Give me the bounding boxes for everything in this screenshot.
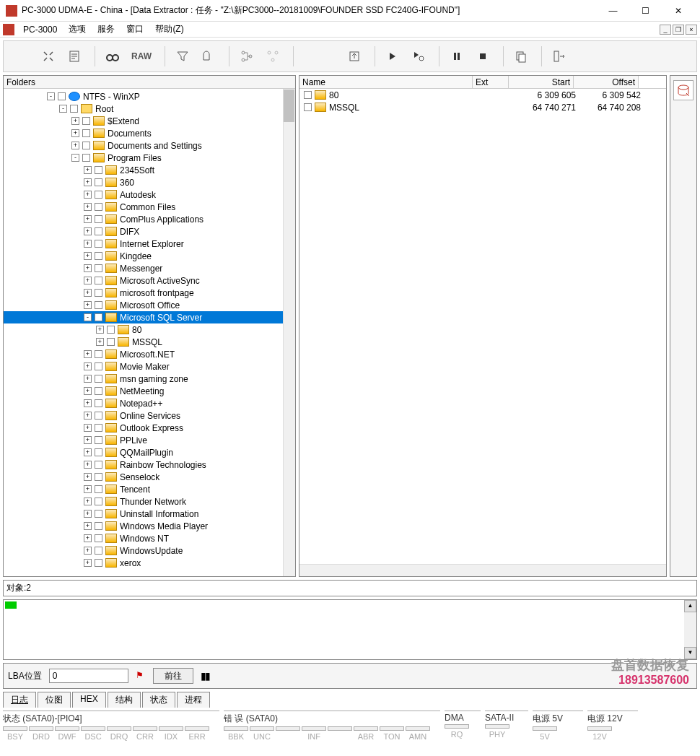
stop-icon[interactable] [471, 45, 494, 68]
tree-item--extend[interactable]: +$Extend [4, 115, 295, 127]
tree-item-complus-applications[interactable]: +ComPlus Applications [4, 213, 295, 225]
play-icon[interactable] [381, 45, 404, 68]
menu-window[interactable]: 窗口 [121, 22, 149, 37]
tab-log[interactable]: 日志 [3, 692, 36, 708]
copy-icon[interactable] [509, 45, 533, 68]
tree-ntfs[interactable]: -NTFS - WinXP [4, 90, 295, 103]
expand-icon[interactable]: + [84, 227, 92, 235]
expand-icon[interactable]: + [84, 424, 92, 432]
expand-icon[interactable]: + [84, 264, 92, 272]
list-row[interactable]: 806 309 6056 309 542 [299, 89, 666, 101]
progress-scrollbar[interactable]: ▲ ▼ [684, 600, 696, 659]
expand-icon[interactable]: - [84, 313, 92, 321]
checkbox[interactable] [95, 473, 102, 481]
expand-icon[interactable]: + [84, 301, 92, 309]
maximize-button[interactable]: ☐ [629, 0, 662, 22]
minimize-button[interactable]: — [597, 0, 629, 22]
tree-item-common-files[interactable]: +Common Files [4, 201, 295, 213]
expand-icon[interactable]: + [96, 326, 104, 334]
checkbox[interactable] [82, 142, 90, 149]
menu-help[interactable]: 帮助(Z) [149, 22, 189, 37]
tree-item-thunder-network[interactable]: +Thunder Network [4, 495, 295, 508]
expand-icon[interactable]: + [84, 412, 92, 420]
tree-item-xerox[interactable]: +xerox [4, 557, 295, 569]
tree-item-netmeeting[interactable]: +NetMeeting [4, 385, 295, 397]
checkbox[interactable] [95, 498, 102, 505]
tree-item-messenger[interactable]: +Messenger [4, 262, 295, 274]
progress-map[interactable]: ▲ ▼ [3, 599, 697, 660]
lba-input[interactable] [49, 669, 128, 683]
drive-icon[interactable] [673, 80, 694, 100]
tag-icon[interactable] [197, 45, 220, 68]
tree-item-mssql[interactable]: +MSSQL [4, 336, 295, 348]
checkbox[interactable] [95, 252, 102, 260]
tree-item-movie-maker[interactable]: +Movie Maker [4, 360, 295, 373]
expand-icon[interactable]: + [84, 485, 92, 493]
expand-icon[interactable]: + [84, 399, 92, 407]
checkbox[interactable] [82, 154, 90, 162]
expand-icon[interactable]: + [84, 534, 92, 542]
expand-icon[interactable]: + [84, 166, 92, 174]
checkbox[interactable] [95, 424, 102, 432]
expand-icon[interactable]: + [84, 252, 92, 260]
checkbox[interactable] [82, 129, 90, 137]
tools-icon[interactable] [37, 45, 60, 68]
tree-item-documents[interactable]: +Documents [4, 127, 295, 139]
checkbox[interactable] [95, 178, 102, 186]
expand-icon[interactable]: + [71, 117, 79, 125]
tree2-icon[interactable] [261, 45, 284, 68]
checkbox[interactable] [58, 92, 66, 100]
tree-item-program-files[interactable]: -Program Files [4, 152, 295, 164]
tree-item-qqmailplugin[interactable]: +QQMailPlugin [4, 446, 295, 459]
tree-item-online-services[interactable]: +Online Services [4, 409, 295, 422]
go-button[interactable]: 前往 [153, 668, 193, 684]
tree-item-internet-explorer[interactable]: +Internet Explorer [4, 238, 295, 250]
checkbox[interactable] [95, 301, 102, 309]
raw-button[interactable]: RAW [127, 45, 156, 68]
tree-item-kingdee[interactable]: +Kingdee [4, 250, 295, 262]
col-ext[interactable]: Ext [473, 76, 509, 88]
checkbox[interactable] [95, 559, 102, 567]
checkbox[interactable] [95, 448, 102, 456]
export-icon[interactable] [343, 45, 366, 68]
tree-item-notepad-[interactable]: +Notepad++ [4, 397, 295, 409]
expand-icon[interactable]: + [84, 448, 92, 456]
checkbox[interactable] [95, 191, 102, 199]
expand-icon[interactable]: + [96, 338, 104, 346]
tab-hex[interactable]: HEX [72, 692, 106, 708]
checkbox[interactable] [95, 412, 102, 420]
tree-item-microsoft-office[interactable]: +Microsoft Office [4, 299, 295, 311]
exit-icon[interactable] [548, 45, 571, 68]
mdi-minimize-button[interactable]: _ [660, 25, 671, 35]
flag-icon[interactable]: ⚑ [136, 670, 146, 682]
tree-item-microsoft-net[interactable]: +Microsoft.NET [4, 348, 295, 360]
tree-item-rainbow-technologies[interactable]: +Rainbow Technologies [4, 459, 295, 471]
expand-icon[interactable]: + [84, 559, 92, 567]
checkbox[interactable] [95, 375, 102, 383]
checkbox[interactable] [95, 387, 102, 395]
menu-pc3000[interactable]: PC-3000 [17, 23, 63, 36]
expand-icon[interactable]: + [84, 547, 92, 555]
menu-options[interactable]: 选项 [63, 22, 92, 37]
tab-state[interactable]: 状态 [142, 692, 175, 708]
tab-struct[interactable]: 结构 [108, 692, 141, 708]
expand-icon[interactable]: + [84, 203, 92, 211]
checkbox[interactable] [95, 522, 102, 530]
checkbox[interactable] [107, 338, 115, 346]
tree-item-documents-and-settings[interactable]: +Documents and Settings [4, 139, 295, 152]
pause-icon[interactable] [445, 45, 468, 68]
funnel-icon[interactable] [171, 45, 194, 68]
col-offset[interactable]: Offset [574, 76, 639, 88]
tree-item-windows-media-player[interactable]: +Windows Media Player [4, 520, 295, 532]
checkbox[interactable] [304, 103, 312, 111]
close-button[interactable]: ✕ [662, 0, 694, 22]
expand-icon[interactable]: - [71, 154, 79, 162]
expand-icon[interactable]: + [84, 289, 92, 297]
tree-item-360[interactable]: +360 [4, 176, 295, 188]
tree-item-microsoft-frontpage[interactable]: +microsoft frontpage [4, 287, 295, 299]
expand-icon[interactable]: - [59, 105, 67, 113]
checkbox[interactable] [95, 350, 102, 358]
folder-tree[interactable]: -NTFS - WinXP-Root+$Extend+Documents+Doc… [4, 89, 295, 570]
expand-icon[interactable]: + [71, 129, 79, 137]
checkbox[interactable] [95, 399, 102, 407]
